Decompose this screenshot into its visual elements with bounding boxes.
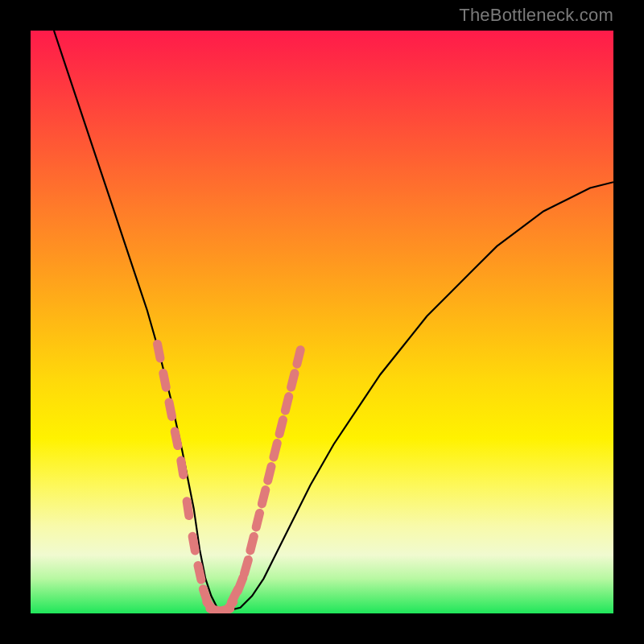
bottleneck-curve xyxy=(54,31,613,610)
curve-marker xyxy=(268,467,271,481)
curve-marker xyxy=(198,566,201,580)
plot-area xyxy=(31,31,613,613)
marker-group xyxy=(158,344,301,613)
chart-frame: TheBottleneck.com xyxy=(0,0,644,644)
curve-marker xyxy=(291,374,295,387)
curve-marker xyxy=(158,344,161,358)
curve-marker xyxy=(192,536,195,551)
curve-marker xyxy=(279,420,283,435)
curve-marker xyxy=(250,536,254,551)
curve-marker xyxy=(237,577,243,591)
watermark-text: TheBottleneck.com xyxy=(459,5,613,26)
curve-marker xyxy=(169,402,172,417)
curve-marker xyxy=(285,397,288,411)
curve-marker xyxy=(262,490,265,504)
curve-marker xyxy=(187,502,189,516)
curve-marker xyxy=(244,559,248,573)
curve-marker xyxy=(274,444,277,458)
curve-marker xyxy=(297,350,300,365)
curve-marker xyxy=(181,460,184,475)
curve-marker xyxy=(175,431,178,446)
curve-group xyxy=(54,31,613,610)
curve-marker xyxy=(256,513,259,527)
chart-svg xyxy=(31,31,613,613)
curve-marker xyxy=(163,374,167,388)
